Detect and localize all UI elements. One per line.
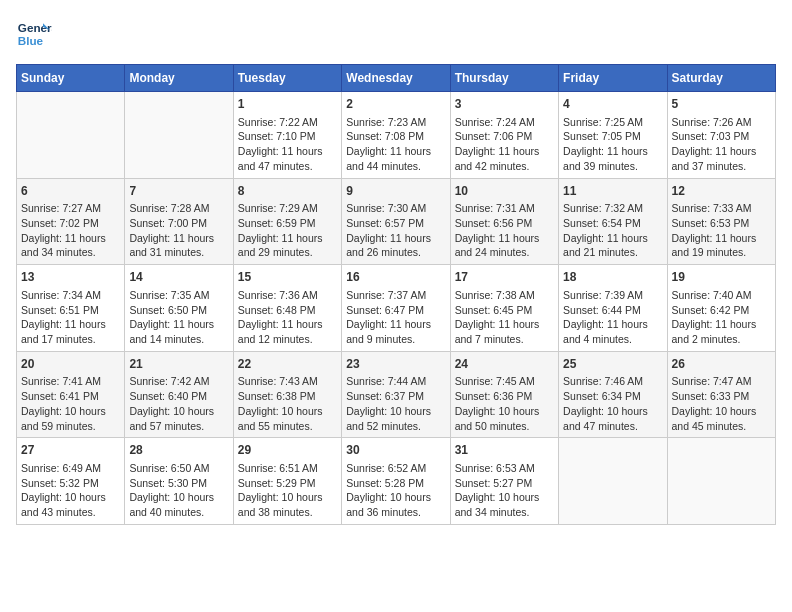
day-info: Daylight: 11 hours and 19 minutes. bbox=[672, 231, 771, 260]
day-info: Sunset: 6:36 PM bbox=[455, 389, 554, 404]
header-cell-saturday: Saturday bbox=[667, 65, 775, 92]
day-info: Daylight: 11 hours and 2 minutes. bbox=[672, 317, 771, 346]
day-info: Daylight: 10 hours and 47 minutes. bbox=[563, 404, 662, 433]
calendar-cell: 19Sunrise: 7:40 AMSunset: 6:42 PMDayligh… bbox=[667, 265, 775, 352]
day-info: Sunset: 5:28 PM bbox=[346, 476, 445, 491]
page-header: General Blue bbox=[16, 16, 776, 52]
day-number: 24 bbox=[455, 356, 554, 373]
day-info: Sunset: 5:27 PM bbox=[455, 476, 554, 491]
day-number: 31 bbox=[455, 442, 554, 459]
calendar-cell: 29Sunrise: 6:51 AMSunset: 5:29 PMDayligh… bbox=[233, 438, 341, 525]
day-info: Daylight: 10 hours and 36 minutes. bbox=[346, 490, 445, 519]
day-info: Daylight: 11 hours and 24 minutes. bbox=[455, 231, 554, 260]
day-number: 28 bbox=[129, 442, 228, 459]
day-info: Sunset: 7:06 PM bbox=[455, 129, 554, 144]
calendar-cell: 15Sunrise: 7:36 AMSunset: 6:48 PMDayligh… bbox=[233, 265, 341, 352]
day-info: Sunset: 7:03 PM bbox=[672, 129, 771, 144]
day-info: Daylight: 11 hours and 21 minutes. bbox=[563, 231, 662, 260]
day-info: Daylight: 10 hours and 55 minutes. bbox=[238, 404, 337, 433]
calendar-cell: 6Sunrise: 7:27 AMSunset: 7:02 PMDaylight… bbox=[17, 178, 125, 265]
calendar-cell: 27Sunrise: 6:49 AMSunset: 5:32 PMDayligh… bbox=[17, 438, 125, 525]
day-info: Sunrise: 7:38 AM bbox=[455, 288, 554, 303]
day-info: Sunset: 6:44 PM bbox=[563, 303, 662, 318]
day-info: Daylight: 10 hours and 45 minutes. bbox=[672, 404, 771, 433]
day-info: Sunrise: 7:41 AM bbox=[21, 374, 120, 389]
calendar-cell: 17Sunrise: 7:38 AMSunset: 6:45 PMDayligh… bbox=[450, 265, 558, 352]
calendar-body: 1Sunrise: 7:22 AMSunset: 7:10 PMDaylight… bbox=[17, 92, 776, 525]
day-info: Daylight: 11 hours and 26 minutes. bbox=[346, 231, 445, 260]
calendar-cell: 1Sunrise: 7:22 AMSunset: 7:10 PMDaylight… bbox=[233, 92, 341, 179]
day-info: Sunset: 5:29 PM bbox=[238, 476, 337, 491]
day-info: Daylight: 10 hours and 57 minutes. bbox=[129, 404, 228, 433]
day-info: Sunrise: 7:45 AM bbox=[455, 374, 554, 389]
logo: General Blue bbox=[16, 16, 52, 52]
day-info: Sunrise: 7:26 AM bbox=[672, 115, 771, 130]
day-info: Sunrise: 7:37 AM bbox=[346, 288, 445, 303]
calendar-cell: 16Sunrise: 7:37 AMSunset: 6:47 PMDayligh… bbox=[342, 265, 450, 352]
day-number: 2 bbox=[346, 96, 445, 113]
day-number: 8 bbox=[238, 183, 337, 200]
calendar-cell: 10Sunrise: 7:31 AMSunset: 6:56 PMDayligh… bbox=[450, 178, 558, 265]
calendar-cell: 14Sunrise: 7:35 AMSunset: 6:50 PMDayligh… bbox=[125, 265, 233, 352]
calendar-cell: 30Sunrise: 6:52 AMSunset: 5:28 PMDayligh… bbox=[342, 438, 450, 525]
day-info: Daylight: 10 hours and 43 minutes. bbox=[21, 490, 120, 519]
calendar-header: SundayMondayTuesdayWednesdayThursdayFrid… bbox=[17, 65, 776, 92]
day-number: 10 bbox=[455, 183, 554, 200]
day-number: 20 bbox=[21, 356, 120, 373]
calendar-cell: 26Sunrise: 7:47 AMSunset: 6:33 PMDayligh… bbox=[667, 351, 775, 438]
day-info: Daylight: 10 hours and 40 minutes. bbox=[129, 490, 228, 519]
week-row-3: 20Sunrise: 7:41 AMSunset: 6:41 PMDayligh… bbox=[17, 351, 776, 438]
calendar-cell bbox=[125, 92, 233, 179]
day-number: 19 bbox=[672, 269, 771, 286]
day-info: Sunset: 5:32 PM bbox=[21, 476, 120, 491]
day-info: Daylight: 11 hours and 9 minutes. bbox=[346, 317, 445, 346]
day-info: Sunrise: 6:51 AM bbox=[238, 461, 337, 476]
day-info: Sunset: 6:37 PM bbox=[346, 389, 445, 404]
day-info: Sunset: 7:10 PM bbox=[238, 129, 337, 144]
day-number: 11 bbox=[563, 183, 662, 200]
day-info: Sunrise: 7:25 AM bbox=[563, 115, 662, 130]
day-number: 18 bbox=[563, 269, 662, 286]
day-info: Sunset: 7:00 PM bbox=[129, 216, 228, 231]
day-info: Daylight: 11 hours and 12 minutes. bbox=[238, 317, 337, 346]
calendar-cell: 21Sunrise: 7:42 AMSunset: 6:40 PMDayligh… bbox=[125, 351, 233, 438]
day-info: Sunrise: 7:39 AM bbox=[563, 288, 662, 303]
day-info: Daylight: 11 hours and 47 minutes. bbox=[238, 144, 337, 173]
calendar-cell: 18Sunrise: 7:39 AMSunset: 6:44 PMDayligh… bbox=[559, 265, 667, 352]
day-info: Sunset: 6:54 PM bbox=[563, 216, 662, 231]
svg-text:Blue: Blue bbox=[18, 34, 44, 47]
header-cell-thursday: Thursday bbox=[450, 65, 558, 92]
day-number: 21 bbox=[129, 356, 228, 373]
day-info: Sunset: 6:47 PM bbox=[346, 303, 445, 318]
day-info: Sunset: 6:57 PM bbox=[346, 216, 445, 231]
calendar-cell: 25Sunrise: 7:46 AMSunset: 6:34 PMDayligh… bbox=[559, 351, 667, 438]
day-info: Sunrise: 7:34 AM bbox=[21, 288, 120, 303]
calendar-cell: 2Sunrise: 7:23 AMSunset: 7:08 PMDaylight… bbox=[342, 92, 450, 179]
day-info: Sunrise: 6:52 AM bbox=[346, 461, 445, 476]
day-info: Sunrise: 7:31 AM bbox=[455, 201, 554, 216]
day-number: 27 bbox=[21, 442, 120, 459]
day-info: Daylight: 11 hours and 29 minutes. bbox=[238, 231, 337, 260]
day-info: Sunset: 7:02 PM bbox=[21, 216, 120, 231]
day-info: Sunrise: 6:50 AM bbox=[129, 461, 228, 476]
day-info: Daylight: 11 hours and 31 minutes. bbox=[129, 231, 228, 260]
day-info: Sunrise: 7:30 AM bbox=[346, 201, 445, 216]
day-info: Daylight: 10 hours and 59 minutes. bbox=[21, 404, 120, 433]
day-info: Sunset: 6:59 PM bbox=[238, 216, 337, 231]
calendar-cell: 28Sunrise: 6:50 AMSunset: 5:30 PMDayligh… bbox=[125, 438, 233, 525]
day-number: 23 bbox=[346, 356, 445, 373]
day-info: Daylight: 11 hours and 37 minutes. bbox=[672, 144, 771, 173]
day-info: Sunset: 6:40 PM bbox=[129, 389, 228, 404]
day-number: 16 bbox=[346, 269, 445, 286]
calendar-cell bbox=[667, 438, 775, 525]
day-number: 14 bbox=[129, 269, 228, 286]
header-cell-wednesday: Wednesday bbox=[342, 65, 450, 92]
day-number: 7 bbox=[129, 183, 228, 200]
week-row-1: 6Sunrise: 7:27 AMSunset: 7:02 PMDaylight… bbox=[17, 178, 776, 265]
week-row-4: 27Sunrise: 6:49 AMSunset: 5:32 PMDayligh… bbox=[17, 438, 776, 525]
calendar-cell: 5Sunrise: 7:26 AMSunset: 7:03 PMDaylight… bbox=[667, 92, 775, 179]
day-info: Sunrise: 7:23 AM bbox=[346, 115, 445, 130]
day-number: 6 bbox=[21, 183, 120, 200]
day-number: 3 bbox=[455, 96, 554, 113]
day-number: 5 bbox=[672, 96, 771, 113]
